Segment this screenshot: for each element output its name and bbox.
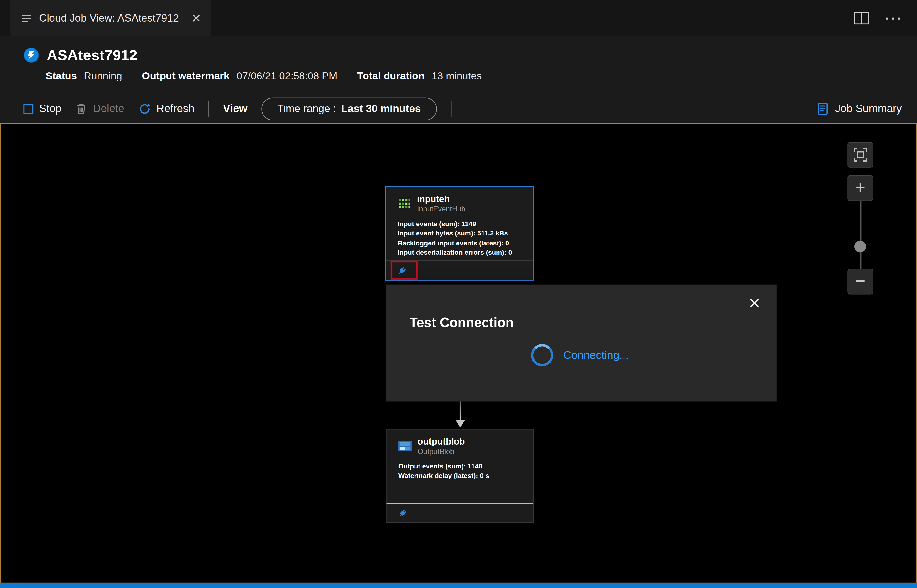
fit-to-screen-button[interactable] [847,142,873,168]
editor-tab-bar: Cloud Job View: ASAtest7912 × ⋯ [0,0,917,36]
trash-icon [75,103,87,115]
node-header: inputeh InputEventHub [386,187,533,213]
job-summary-label: Job Summary [835,102,902,115]
toolbar-separator [208,101,209,116]
split-editor-icon[interactable] [854,11,869,24]
node-stats: Input events (sum): 1149 Input event byt… [386,213,533,257]
stop-button[interactable]: Stop [23,102,62,115]
flow-edge-arrowhead [456,420,465,428]
dialog-body: Connecting... [531,344,629,366]
status-field: Status Running [46,70,122,82]
delete-button[interactable]: Delete [75,102,124,115]
output-watermark-label: Output watermark [142,70,230,82]
job-toolbar: Stop Delete Refresh View Time range : La… [0,94,917,123]
job-title-row: ASAtest7912 [23,44,917,66]
minus-icon: − [855,272,865,290]
dialog-title: Test Connection [409,315,514,331]
node-stat: Input deserialization errors (sum): 0 [398,248,526,257]
total-duration-label: Total duration [357,70,425,82]
refresh-label: Refresh [157,102,194,115]
app-window: Cloud Job View: ASAtest7912 × ⋯ ASAtest7… [0,0,917,588]
job-diagram-canvas[interactable]: inputeh InputEventHub Input events (sum)… [0,123,917,584]
highlight-box [391,261,418,280]
stop-icon [23,104,33,114]
node-title: outputblob [418,436,465,447]
editor-actions: ⋯ [854,0,917,36]
job-title: ASAtest7912 [47,47,138,63]
tab-title: Cloud Job View: ASAtest7912 [39,12,179,24]
time-range-selector[interactable]: Time range : Last 30 minutes [262,97,437,120]
node-stat: Input event bytes (sum): 511.2 kBs [398,229,526,238]
diagram-node-outputblob[interactable]: outputblob OutputBlob Output events (sum… [386,429,534,523]
toolbar-separator [450,101,451,116]
plus-icon: + [855,179,865,197]
node-titles: outputblob OutputBlob [418,436,465,456]
job-view-icon [21,13,32,24]
dialog-close-icon[interactable]: × [749,293,760,313]
zoom-out-button[interactable]: − [847,269,873,294]
status-value: Running [84,70,122,82]
zoom-slider-track[interactable] [860,200,861,271]
total-duration-value: 13 minutes [432,70,482,82]
test-connection-dialog: × Test Connection Connecting... [386,284,777,402]
diagram-node-inputeh[interactable]: inputeh InputEventHub Input events (sum)… [385,186,534,281]
refresh-icon [138,103,151,115]
stream-analytics-logo-icon [23,47,39,63]
delete-label: Delete [93,102,125,115]
tab-cloud-job-view[interactable]: Cloud Job View: ASAtest7912 × [10,0,211,36]
job-summary-button[interactable]: Job Summary [817,102,902,115]
event-hub-icon [398,197,411,210]
node-title: inputeh [417,194,465,205]
test-connection-icon[interactable] [397,509,408,519]
time-range-label: Time range : [277,103,336,115]
job-meta: Status Running Output watermark 07/06/21… [46,70,917,82]
job-summary-icon [817,102,829,115]
stop-label: Stop [39,102,62,115]
node-titles: inputeh InputEventHub [417,194,465,213]
loading-spinner [531,344,553,366]
node-subtitle: OutputBlob [418,447,465,456]
job-header: ASAtest7912 Status Running Output waterm… [0,36,917,94]
node-stat: Input events (sum): 1149 [398,219,526,229]
zoom-in-button[interactable]: + [847,175,873,201]
node-header: outputblob OutputBlob [387,430,533,456]
time-range-value: Last 30 minutes [341,103,421,115]
output-watermark-field: Output watermark 07/06/21 02:58:08 PM [142,70,337,82]
output-watermark-value: 07/06/21 02:58:08 PM [237,70,337,82]
view-menu[interactable]: View [223,102,248,115]
fit-to-screen-icon [853,147,868,163]
status-label: Status [46,70,77,82]
node-stat: Backlogged input events (latest): 0 [398,238,526,248]
blob-storage-icon [399,439,412,453]
node-stats: Output events (sum): 1148 Watermark dela… [387,456,533,481]
node-stat: Watermark delay (latest): 0 s [399,471,527,481]
connecting-status: Connecting... [563,349,629,362]
refresh-button[interactable]: Refresh [138,102,194,115]
more-actions-icon[interactable]: ⋯ [884,9,902,27]
node-subtitle: InputEventHub [417,205,465,213]
node-stat: Output events (sum): 1148 [399,461,527,471]
node-divider [387,503,533,503]
tab-close-icon[interactable]: × [192,10,201,26]
total-duration-field: Total duration 13 minutes [357,70,482,82]
zoom-slider-handle[interactable] [854,241,866,252]
status-bar [0,584,917,588]
